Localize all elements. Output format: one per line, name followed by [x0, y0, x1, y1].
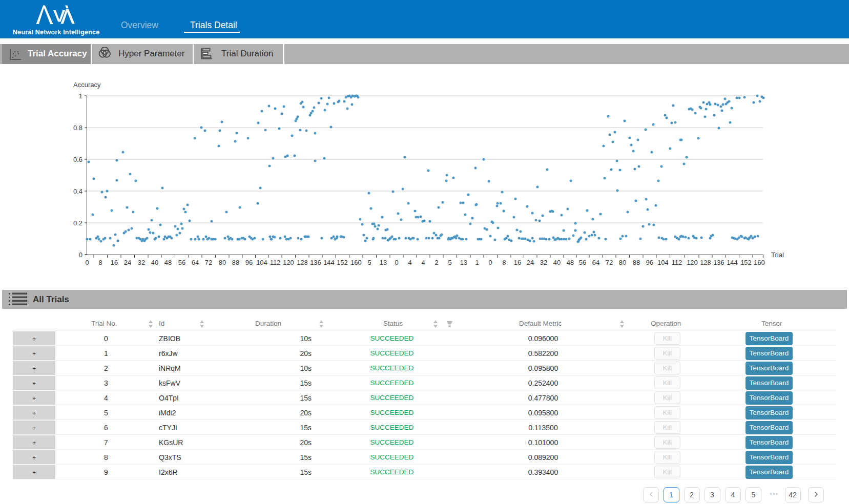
svg-text:120: 120: [687, 259, 698, 266]
svg-text:5: 5: [448, 259, 451, 266]
svg-text:64: 64: [192, 259, 199, 266]
svg-text:160: 160: [350, 259, 362, 266]
svg-text:8: 8: [98, 259, 102, 266]
svg-text:136: 136: [310, 259, 321, 266]
svg-text:152: 152: [337, 259, 348, 266]
svg-text:2: 2: [434, 259, 438, 266]
svg-text:128: 128: [297, 259, 308, 266]
svg-text:144: 144: [727, 259, 738, 266]
svg-text:16: 16: [514, 259, 521, 266]
svg-text:112: 112: [672, 259, 682, 266]
svg-text:0: 0: [395, 259, 398, 266]
svg-text:Accuracy: Accuracy: [73, 81, 101, 89]
svg-text:40: 40: [553, 259, 561, 266]
svg-text:13: 13: [380, 259, 387, 266]
svg-text:104: 104: [256, 259, 267, 266]
svg-text:0.8: 0.8: [73, 124, 82, 132]
svg-text:32: 32: [540, 259, 547, 266]
svg-text:13: 13: [460, 259, 467, 266]
svg-text:5: 5: [367, 259, 371, 266]
svg-text:144: 144: [323, 259, 335, 266]
svg-text:152: 152: [740, 259, 752, 266]
svg-text:80: 80: [619, 259, 626, 266]
svg-text:0.6: 0.6: [73, 156, 82, 163]
svg-text:80: 80: [219, 259, 226, 266]
svg-text:1: 1: [79, 92, 82, 100]
svg-text:40: 40: [151, 259, 158, 266]
svg-text:72: 72: [205, 259, 212, 266]
svg-text:24: 24: [527, 259, 534, 266]
svg-text:8: 8: [502, 259, 506, 266]
svg-text:0.2: 0.2: [73, 219, 82, 227]
svg-text:1: 1: [475, 259, 479, 266]
svg-text:0.4: 0.4: [73, 187, 82, 195]
svg-text:112: 112: [270, 259, 281, 266]
svg-text:56: 56: [579, 259, 586, 266]
svg-text:4: 4: [408, 259, 411, 266]
svg-text:48: 48: [567, 259, 574, 266]
svg-text:88: 88: [232, 259, 239, 266]
svg-text:120: 120: [283, 259, 294, 266]
svg-text:0: 0: [79, 251, 82, 259]
svg-text:0: 0: [488, 259, 492, 266]
svg-text:128: 128: [700, 259, 711, 266]
svg-text:64: 64: [592, 259, 599, 266]
svg-text:104: 104: [657, 259, 669, 266]
svg-text:16: 16: [111, 259, 118, 266]
svg-text:88: 88: [633, 259, 640, 266]
svg-text:24: 24: [124, 259, 131, 266]
svg-text:136: 136: [713, 259, 724, 266]
svg-text:96: 96: [646, 259, 653, 266]
svg-text:0: 0: [85, 259, 89, 266]
svg-text:Trial: Trial: [771, 251, 784, 259]
svg-text:4: 4: [421, 259, 425, 266]
svg-text:48: 48: [164, 259, 172, 266]
svg-text:32: 32: [138, 259, 145, 266]
svg-text:160: 160: [754, 259, 765, 266]
svg-text:56: 56: [178, 259, 185, 266]
svg-text:72: 72: [606, 259, 613, 266]
svg-text:96: 96: [245, 259, 253, 266]
